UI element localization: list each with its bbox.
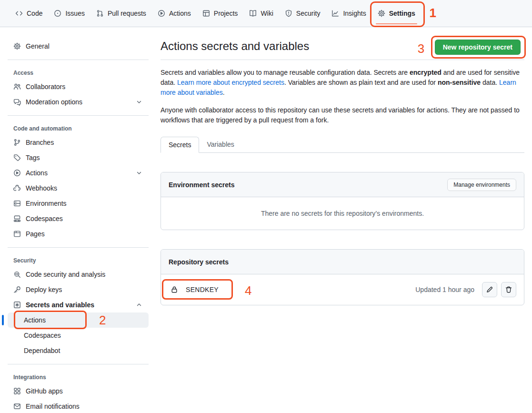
settings-sidebar: General Access Collaborators Moderation …	[0, 27, 152, 413]
code-icon	[15, 10, 23, 17]
browser-icon	[13, 230, 21, 238]
tab-settings[interactable]: Settings 1	[374, 7, 419, 20]
sidebar-section-code-automation: Code and automation	[8, 121, 149, 135]
git-branch-icon	[13, 139, 21, 146]
sidebar-item-webhooks[interactable]: Webhooks	[8, 181, 149, 196]
apps-icon	[13, 387, 21, 395]
environment-secrets-panel: Environment secrets Manage environments …	[161, 172, 524, 230]
chevron-up-icon	[135, 301, 143, 309]
tab-variables[interactable]: Variables	[199, 137, 241, 152]
annotation-label-1: 1	[429, 7, 436, 19]
intro-text: Secrets and variables allow you to manag…	[161, 69, 410, 76]
divider	[8, 60, 149, 60]
sidebar-item-label: Code security and analysis	[26, 271, 105, 278]
tab-projects[interactable]: Projects	[199, 7, 242, 20]
annotation-label-3: 3	[418, 42, 424, 55]
sidebar-section-security: Security	[8, 253, 149, 267]
secrets-variables-tabs: Secrets Variables	[161, 137, 524, 153]
play-icon	[158, 10, 165, 17]
sidebar-item-branches[interactable]: Branches	[8, 135, 149, 150]
sidebar-item-github-apps[interactable]: GitHub apps	[8, 383, 149, 399]
sidebar-item-codespaces[interactable]: Codespaces	[8, 211, 149, 226]
git-pull-request-icon	[96, 10, 104, 17]
sidebar-item-pages[interactable]: Pages	[8, 226, 149, 242]
sidebar-item-secrets-actions[interactable]: Actions 2	[8, 312, 149, 328]
key-asterisk-icon	[13, 301, 21, 309]
sidebar-section-integrations: Integrations	[8, 370, 149, 383]
tab-label: Projects	[214, 10, 238, 17]
chevron-down-icon	[135, 169, 143, 177]
secret-row: SENDKEY 4 Updated 1 hour ago	[161, 274, 524, 305]
tab-pull-requests[interactable]: Pull requests	[92, 7, 150, 20]
tab-actions[interactable]: Actions	[154, 7, 195, 20]
sidebar-item-label: Tags	[26, 154, 40, 161]
sidebar-item-moderation-options[interactable]: Moderation options	[8, 94, 149, 110]
page-title: Actions secrets and variables	[161, 39, 309, 53]
sidebar-item-tags[interactable]: Tags	[8, 150, 149, 165]
intro-paragraph-2: Anyone with collaborator access to this …	[161, 105, 524, 125]
intro-text: . Variables are shown as plain text and …	[284, 79, 438, 86]
edit-secret-button[interactable]	[482, 282, 497, 297]
divider	[8, 115, 149, 116]
tab-label: Wiki	[261, 10, 273, 17]
sidebar-item-collaborators[interactable]: Collaborators	[8, 79, 149, 94]
tab-issues[interactable]: Issues	[50, 7, 88, 20]
graph-icon	[331, 10, 339, 17]
delete-secret-button[interactable]	[501, 282, 516, 297]
sidebar-item-label: Environments	[26, 200, 67, 207]
intro-text: data.	[481, 79, 499, 86]
sidebar-item-secrets-dependabot[interactable]: Dependabot	[8, 343, 149, 358]
sidebar-item-environments[interactable]: Environments	[8, 196, 149, 211]
tab-security[interactable]: Security	[281, 7, 324, 20]
sidebar-item-label: Moderation options	[26, 98, 82, 106]
sidebar-item-label: Branches	[26, 139, 54, 146]
sidebar-item-code-security[interactable]: Code security and analysis	[8, 267, 149, 282]
chevron-down-icon	[135, 98, 143, 106]
sidebar-item-email-notifications[interactable]: Email notifications	[8, 399, 149, 413]
tab-secrets[interactable]: Secrets	[161, 137, 199, 153]
sidebar-item-secrets-and-variables[interactable]: Secrets and variables	[8, 297, 149, 312]
annotation-label-4: 4	[245, 284, 251, 297]
repository-secrets-panel: Repository secrets SENDKEY 4 Updated 1 h…	[161, 249, 524, 305]
manage-environments-button[interactable]: Manage environments	[447, 179, 516, 191]
play-icon	[13, 169, 21, 177]
sidebar-item-label: Email notifications	[26, 403, 80, 410]
secret-name-group: SENDKEY 4	[169, 286, 219, 293]
secret-updated-timestamp: Updated 1 hour ago	[415, 286, 474, 293]
environment-secrets-header: Environment secrets Manage environments	[161, 172, 524, 197]
new-repository-secret-button[interactable]: New repository secret	[435, 40, 521, 55]
tab-insights[interactable]: Insights	[328, 7, 370, 20]
key-icon	[13, 286, 21, 293]
webhook-icon	[13, 184, 21, 192]
sidebar-item-actions[interactable]: Actions	[8, 165, 149, 181]
mail-icon	[13, 403, 21, 410]
sidebar-item-label: GitHub apps	[26, 387, 63, 395]
learn-more-encrypted-secrets-link[interactable]: Learn more about encrypted secrets	[177, 79, 284, 86]
book-icon	[249, 10, 257, 17]
tab-label: Issues	[65, 10, 84, 17]
sidebar-item-label: Pages	[26, 230, 45, 238]
tab-label: Pull requests	[108, 10, 146, 17]
sidebar-item-label: General	[26, 42, 50, 50]
lock-icon	[171, 286, 178, 293]
sidebar-item-label: Actions	[26, 169, 48, 177]
tab-label: Settings	[389, 10, 415, 17]
sidebar-item-label: Secrets and variables	[26, 301, 94, 309]
gear-icon	[378, 10, 385, 17]
annotation-label-2: 2	[99, 314, 106, 326]
sidebar-item-general[interactable]: General	[8, 39, 149, 54]
server-icon	[13, 200, 21, 207]
main-content: Actions secrets and variables New reposi…	[152, 27, 532, 305]
intro-text: .	[223, 89, 225, 96]
tab-label: Security	[296, 10, 321, 17]
people-icon	[13, 83, 21, 91]
sidebar-item-secrets-codespaces[interactable]: Codespaces	[8, 328, 149, 343]
pencil-icon	[486, 286, 493, 293]
page-subhead: Actions secrets and variables New reposi…	[161, 39, 524, 60]
environment-secrets-empty-message: There are no secrets for this repository…	[161, 197, 524, 230]
sidebar-item-deploy-keys[interactable]: Deploy keys	[8, 282, 149, 297]
sidebar-item-label: Codespaces	[24, 332, 61, 339]
trash-icon	[505, 286, 512, 293]
tab-code[interactable]: Code	[11, 7, 46, 20]
tab-wiki[interactable]: Wiki	[245, 7, 277, 20]
